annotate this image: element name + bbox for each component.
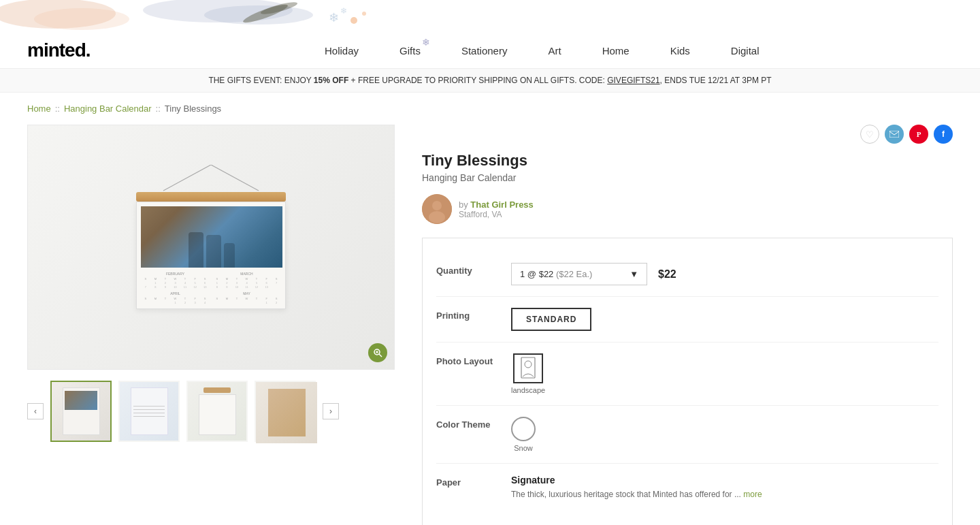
nav-kids[interactable]: Kids [670,45,690,57]
snow-color-swatch [511,417,536,441]
layout-name: landscape [511,386,545,394]
artist-name[interactable]: That Girl Press [470,200,533,210]
logo[interactable]: minted. [27,39,91,61]
facebook-share-button[interactable]: f [934,125,953,144]
thumbnail-4[interactable] [255,381,316,442]
social-row: ♡ P f [422,125,953,144]
svg-point-21 [525,361,532,368]
thumbnail-3[interactable] [186,381,248,442]
nav-art[interactable]: Art [548,45,561,57]
color-theme-row: Color Theme Snow [436,406,938,464]
svg-line-13 [379,354,382,357]
photo-layout-landscape[interactable]: landscape [511,353,545,394]
color-snow[interactable]: Snow [511,417,536,452]
main-nav: Holiday Gifts ❄ Stationery Art Home Kids… [131,45,953,57]
breadcrumb-category[interactable]: Hanging Bar Calendar [64,104,152,114]
printing-option-standard[interactable]: STANDARD [511,308,591,331]
color-theme-label: Color Theme [436,417,497,430]
pinterest-share-button[interactable]: P [909,125,928,144]
svg-point-19 [429,211,445,223]
paper-row: Paper Signature The thick, luxurious her… [436,464,938,511]
photo-layout-row: Photo Layout landscape [436,343,938,406]
svg-text:❄: ❄ [340,6,347,16]
unit-price: $22 [658,268,676,281]
dropdown-chevron-icon: ▼ [630,269,638,279]
breadcrumb-current: Tiny Blessings [165,104,221,114]
breadcrumb: Home :: Hanging Bar Calendar :: Tiny Ble… [0,93,980,125]
svg-line-11 [211,165,259,191]
quantity-row: Quantity 1 @ $22 ($22 Ea.) ▼ $22 [436,252,938,297]
product-details: ♡ P f Tiny Blessings Hanging Bar Calenda… [422,125,953,525]
svg-point-5 [362,12,366,16]
promo-code[interactable]: GIVEGIFTS21 [607,76,659,85]
photo-layout-label: Photo Layout [436,353,497,366]
breadcrumb-home[interactable]: Home [27,104,51,114]
nav-holiday[interactable]: Holiday [325,45,359,57]
svg-text:❄: ❄ [329,11,339,25]
landscape-icon [513,353,543,383]
product-area: FEBRUARY S M T W T F S [0,125,980,525]
artist-row: by That Girl Press Stafford, VA [422,194,953,224]
nav-home[interactable]: Home [602,45,630,57]
nav-gifts[interactable]: Gifts ❄ [399,45,421,57]
email-share-button[interactable] [885,125,904,144]
thumbnails: ‹ [27,381,395,442]
paper-label: Paper [436,475,497,488]
quantity-select[interactable]: 1 @ $22 ($22 Ea.) ▼ [511,263,647,285]
printing-label: Printing [436,308,497,321]
artist-location: Stafford, VA [459,210,534,219]
product-title: Tiny Blessings [422,152,953,170]
thumbnail-1[interactable] [50,381,112,442]
product-type: Hanging Bar Calendar [422,172,953,183]
artist-info: by That Girl Press Stafford, VA [459,200,534,219]
color-name: Snow [514,444,533,452]
svg-point-1 [34,8,129,30]
artist-avatar[interactable] [422,194,452,224]
thumb-next-arrow[interactable]: › [323,403,339,419]
main-product-image: FEBRUARY S M T W T F S [27,125,395,370]
svg-point-18 [432,201,442,210]
wishlist-button[interactable]: ♡ [860,125,879,144]
paper-more-link[interactable]: more [743,490,762,499]
paper-name: Signature [511,475,938,486]
svg-point-4 [350,17,357,24]
quantity-label: Quantity [436,263,497,276]
promo-banner: THE GIFTS EVENT: ENJOY 15% OFF + FREE UP… [0,69,980,93]
options-panel: Quantity 1 @ $22 ($22 Ea.) ▼ $22 [422,238,953,525]
thumbnail-2[interactable] [118,381,180,442]
zoom-button[interactable] [368,343,387,362]
product-images: FEBRUARY S M T W T F S [27,125,395,525]
nav-digital[interactable]: Digital [731,45,760,57]
svg-line-10 [163,165,211,191]
printing-row: Printing STANDARD [436,297,938,343]
nav-stationery[interactable]: Stationery [461,45,508,57]
svg-rect-16 [889,131,899,138]
paper-description: The thick, luxurious heritage stock that… [511,488,938,500]
thumb-prev-arrow[interactable]: ‹ [27,403,44,419]
